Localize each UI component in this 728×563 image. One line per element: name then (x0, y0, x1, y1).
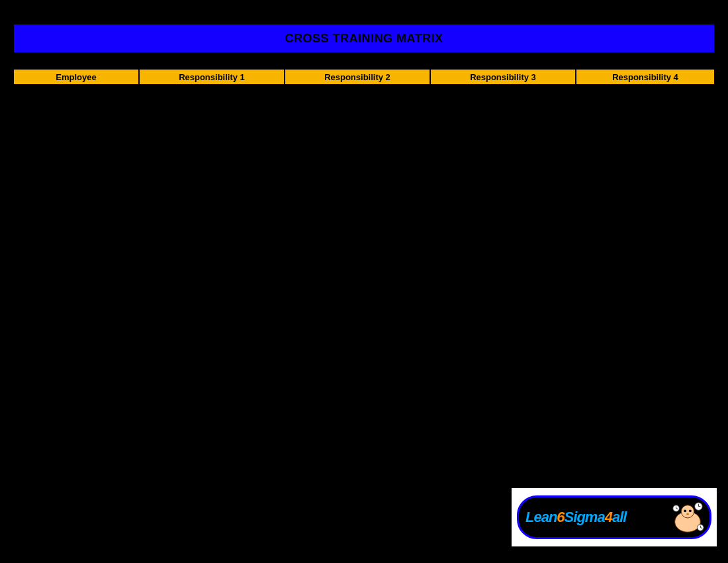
col-header-employee: Employee (13, 69, 139, 85)
logo-text-4: 4 (605, 509, 612, 525)
svg-point-3 (689, 509, 692, 512)
col-header-responsibility-3-label: Responsibility 3 (470, 72, 536, 82)
logo-text-all: all (612, 509, 626, 525)
logo-text-6: 6 (557, 509, 564, 525)
svg-point-2 (684, 509, 686, 512)
logo: Lean6Sigma4all (512, 488, 717, 546)
logo-pill: Lean6Sigma4all (517, 495, 711, 539)
col-header-responsibility-4: Responsibility 4 (576, 69, 715, 85)
title-text: CROSS TRAINING MATRIX (285, 32, 443, 46)
col-header-employee-label: Employee (56, 72, 96, 82)
col-header-responsibility-2-label: Responsibility 2 (324, 72, 390, 82)
col-header-responsibility-2: Responsibility 2 (285, 69, 430, 85)
logo-text-lean: Lean (525, 509, 557, 525)
col-header-responsibility-3: Responsibility 3 (430, 69, 576, 85)
logo-mascot-icon (668, 499, 707, 537)
col-header-responsibility-1-label: Responsibility 1 (179, 72, 245, 82)
svg-point-1 (681, 505, 694, 518)
logo-text-sigma: Sigma (565, 509, 605, 525)
logo-text: Lean6Sigma4all (525, 509, 626, 526)
col-header-responsibility-4-label: Responsibility 4 (612, 72, 678, 82)
column-header-row: Employee Responsibility 1 Responsibility… (13, 69, 715, 85)
svg-point-4 (686, 513, 689, 515)
col-header-responsibility-1: Responsibility 1 (139, 69, 285, 85)
title-band: CROSS TRAINING MATRIX (13, 24, 715, 53)
